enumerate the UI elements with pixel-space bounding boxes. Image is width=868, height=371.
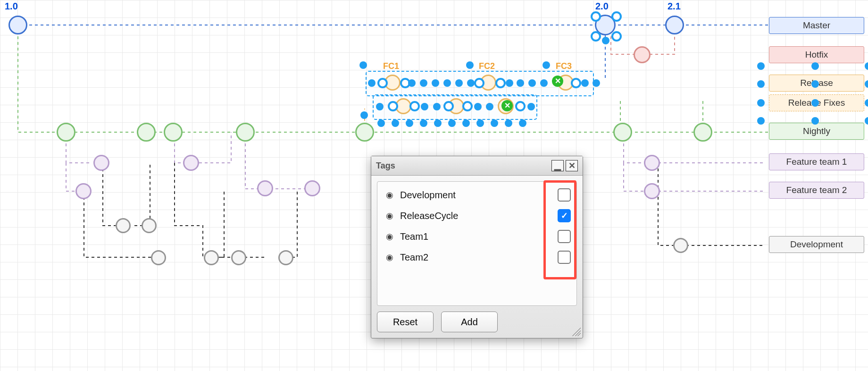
selection-handle[interactable]	[517, 79, 524, 87]
development-commit[interactable]	[204, 250, 219, 265]
visibility-icon[interactable]: ◉	[383, 190, 396, 200]
nightly-commit[interactable]	[355, 123, 374, 142]
team2-commit[interactable]	[75, 183, 92, 199]
selection-handle[interactable]	[388, 101, 398, 111]
selection-handle[interactable]	[360, 111, 368, 119]
selection-handle[interactable]	[368, 79, 376, 87]
visibility-icon[interactable]: ◉	[383, 211, 396, 221]
add-button[interactable]: Add	[441, 312, 498, 332]
visibility-icon[interactable]: ◉	[383, 231, 396, 242]
visibility-icon[interactable]: ◉	[383, 252, 396, 262]
team2-commit[interactable]	[304, 180, 320, 196]
selection-handle[interactable]	[527, 103, 535, 110]
nightly-commit[interactable]	[613, 123, 632, 142]
legend-master[interactable]: Master	[769, 17, 864, 34]
selection-handle[interactable]	[757, 99, 765, 107]
development-commit[interactable]	[116, 218, 131, 233]
selection-handle[interactable]	[409, 101, 420, 111]
reset-button[interactable]: Reset	[377, 312, 434, 332]
minimize-button[interactable]: ▁	[551, 160, 564, 171]
master-commit-1-0[interactable]	[8, 16, 27, 34]
selection-handle[interactable]	[408, 79, 416, 87]
tag-checkbox-team1[interactable]	[558, 230, 571, 243]
selection-handle[interactable]	[376, 103, 384, 110]
tag-row-releasecycle[interactable]: ◉ ReleaseCycle ✓	[380, 205, 574, 226]
team1-commit[interactable]	[183, 155, 199, 171]
selection-handle[interactable]	[434, 119, 442, 127]
tag-row-development[interactable]: ◉ Development	[380, 185, 574, 205]
selection-handle[interactable]	[455, 79, 463, 87]
selection-handle[interactable]	[432, 79, 439, 87]
selection-handle[interactable]	[443, 79, 451, 87]
selection-handle[interactable]	[420, 119, 427, 127]
selection-handle[interactable]	[581, 79, 589, 87]
selection-handle[interactable]	[757, 117, 765, 125]
selection-handle[interactable]	[495, 78, 506, 88]
selection-handle[interactable]	[611, 11, 622, 22]
team2-commit[interactable]	[644, 183, 660, 199]
selection-handle[interactable]	[476, 119, 484, 127]
selection-handle[interactable]	[528, 79, 536, 87]
selection-handle[interactable]	[491, 119, 498, 127]
tags-panel-titlebar[interactable]: Tags ▁ ✕	[371, 156, 583, 176]
development-commit[interactable]	[673, 238, 688, 253]
hotfix-commit[interactable]	[634, 46, 651, 63]
tag-checkbox-team2[interactable]	[558, 251, 571, 264]
selection-handle[interactable]	[611, 31, 622, 42]
nightly-commit[interactable]	[236, 123, 255, 142]
selection-handle[interactable]	[811, 99, 819, 107]
selection-handle[interactable]	[593, 79, 600, 87]
legend-nightly[interactable]: Nightly	[769, 123, 864, 140]
selection-handle[interactable]	[506, 79, 513, 87]
team1-commit[interactable]	[93, 155, 109, 171]
close-button[interactable]: ✕	[566, 160, 578, 171]
development-commit[interactable]	[151, 250, 166, 265]
selection-handle[interactable]	[811, 62, 819, 70]
selection-handle[interactable]	[486, 103, 493, 110]
nightly-commit[interactable]	[57, 123, 75, 142]
selection-handle[interactable]	[377, 119, 385, 127]
selection-handle[interactable]	[519, 119, 526, 127]
selection-handle[interactable]	[757, 62, 765, 70]
tag-row-team1[interactable]: ◉ Team1	[380, 226, 574, 247]
selection-handle[interactable]	[359, 61, 367, 69]
selection-handle[interactable]	[811, 117, 819, 125]
diagram-canvas[interactable]: 1.0 2.0 2.1 FC1 FC2 FC3 ✕ ✕	[0, 0, 868, 371]
tags-panel[interactable]: Tags ▁ ✕ ◉ Development ◉ ReleaseCycle ✓ …	[371, 156, 583, 338]
selection-handle[interactable]	[571, 78, 581, 88]
selection-handle[interactable]	[443, 101, 454, 111]
selection-handle[interactable]	[462, 101, 473, 111]
selection-handle[interactable]	[474, 103, 482, 110]
development-commit[interactable]	[278, 250, 293, 265]
legend-feature-team-1[interactable]: Feature team 1	[769, 153, 864, 170]
selection-handle[interactable]	[505, 119, 512, 127]
selection-handle[interactable]	[757, 80, 765, 88]
legend-hotfix[interactable]: Hotfix	[769, 46, 864, 63]
selection-handle[interactable]	[602, 37, 609, 44]
selection-handle[interactable]	[433, 103, 441, 110]
selection-handle[interactable]	[420, 79, 427, 87]
selection-handle[interactable]	[474, 78, 484, 88]
legend-feature-team-2[interactable]: Feature team 2	[769, 182, 864, 199]
selection-handle[interactable]	[377, 78, 388, 88]
selection-handle[interactable]	[515, 101, 526, 111]
tag-row-team2[interactable]: ◉ Team2	[380, 247, 574, 268]
selection-handle[interactable]	[466, 61, 474, 69]
team2-commit[interactable]	[257, 180, 273, 196]
selection-handle[interactable]	[591, 31, 601, 42]
selection-handle[interactable]	[542, 61, 550, 69]
selection-handle[interactable]	[392, 119, 399, 127]
selection-handle[interactable]	[448, 119, 456, 127]
selection-handle[interactable]	[467, 79, 475, 87]
selection-handle[interactable]	[591, 11, 601, 22]
selection-handle[interactable]	[462, 119, 470, 127]
nightly-commit[interactable]	[137, 123, 156, 142]
selection-handle[interactable]	[540, 79, 548, 87]
master-commit-2-1[interactable]	[665, 16, 684, 34]
development-commit[interactable]	[142, 218, 157, 233]
tag-checkbox-development[interactable]	[558, 188, 571, 202]
tag-checkbox-releasecycle[interactable]: ✓	[558, 209, 571, 222]
development-commit[interactable]	[231, 250, 246, 265]
resize-handle-icon[interactable]	[572, 328, 581, 336]
selection-handle[interactable]	[811, 80, 819, 88]
